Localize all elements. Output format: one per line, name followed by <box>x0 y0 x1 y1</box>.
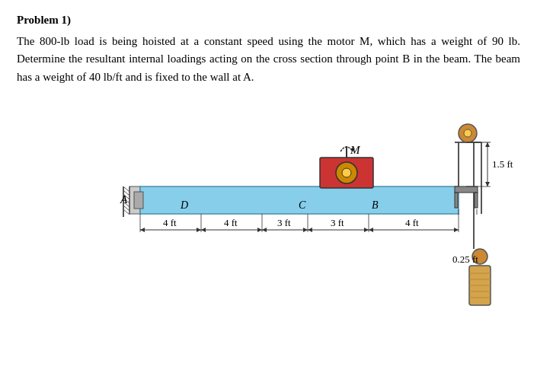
svg-marker-50 <box>364 228 369 232</box>
svg-marker-54 <box>454 228 459 232</box>
label-D: D <box>180 199 188 211</box>
svg-marker-45 <box>262 228 267 232</box>
dim-0.25ft: 0.25 ft <box>452 253 478 265</box>
problem-title: Problem 1) <box>17 14 520 27</box>
dim-3ft-2: 3 ft <box>331 217 344 228</box>
label-C: C <box>299 199 306 211</box>
label-B: B <box>372 199 379 211</box>
label-A: A <box>120 193 128 206</box>
svg-marker-60 <box>485 182 490 186</box>
diagram-area: A D C B M 4 ft 4 ft <box>17 97 520 317</box>
svg-rect-34 <box>134 192 143 209</box>
svg-rect-28 <box>455 193 458 208</box>
diagram-svg: A D C B M 4 ft 4 ft <box>17 97 537 317</box>
svg-rect-27 <box>455 186 478 193</box>
page: Problem 1) The 800-lb load is being hois… <box>0 0 537 392</box>
svg-marker-53 <box>369 228 373 232</box>
label-M: M <box>350 144 361 156</box>
svg-marker-36 <box>140 228 145 232</box>
dim-4ft-2: 4 ft <box>224 217 238 228</box>
svg-marker-37 <box>197 228 201 232</box>
svg-point-18 <box>464 129 471 137</box>
problem-text: The 800-lb load is being hoisted at a co… <box>17 33 520 86</box>
dim-1.5ft: 1.5 ft <box>492 158 513 170</box>
svg-marker-42 <box>257 228 262 232</box>
svg-point-13 <box>342 168 351 177</box>
dim-4ft-1: 4 ft <box>163 217 177 228</box>
svg-marker-46 <box>303 228 308 232</box>
dim-4ft-3: 4 ft <box>405 217 419 228</box>
svg-marker-59 <box>485 142 490 147</box>
svg-marker-41 <box>201 228 206 232</box>
svg-rect-29 <box>475 193 478 208</box>
svg-marker-49 <box>308 228 312 232</box>
dim-3ft-1: 3 ft <box>277 217 291 228</box>
